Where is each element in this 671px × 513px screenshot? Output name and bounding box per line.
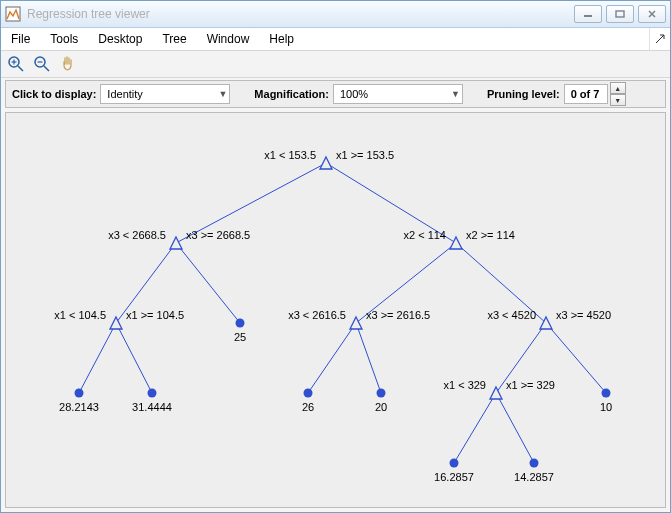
click-to-display-label: Click to display: [6,88,100,100]
menu-window[interactable]: Window [197,28,260,50]
minimize-button[interactable] [574,5,602,23]
leaf-value: 28.2143 [59,401,99,413]
magnification-select[interactable]: 100% ▼ [333,84,463,104]
leaf-node[interactable] [75,389,84,398]
menu-tools[interactable]: Tools [40,28,88,50]
svg-line-18 [308,323,356,393]
leaf-node[interactable] [450,459,459,468]
titlebar: Regression tree viewer [1,1,670,28]
click-to-display-select[interactable]: Identity ▼ [100,84,230,104]
control-bar: Click to display: Identity ▼ Magnificati… [5,80,666,108]
leaf-value: 25 [234,331,246,343]
split-condition-left: x1 < 153.5 [264,149,316,161]
leaf-value: 16.2857 [434,471,474,483]
window-controls [574,5,666,23]
split-condition-left: x3 < 2616.5 [288,309,346,321]
pruning-up-button[interactable]: ▲ [610,82,626,94]
magnification-label: Magnification: [248,88,333,100]
split-condition-left: x3 < 4520 [487,309,536,321]
split-condition-left: x1 < 104.5 [54,309,106,321]
svg-line-19 [356,323,381,393]
menu-file[interactable]: File [1,28,40,50]
zoom-in-button[interactable] [5,53,27,75]
pruning-spinner: ▲ ▼ [610,82,626,106]
svg-line-4 [18,66,23,71]
magnification-value: 100% [340,88,368,100]
leaf-value: 14.2857 [514,471,554,483]
leaf-node[interactable] [530,459,539,468]
svg-line-23 [496,393,534,463]
split-condition-right: x2 >= 114 [466,229,515,241]
pan-button[interactable] [57,53,79,75]
svg-line-8 [44,66,49,71]
leaf-node[interactable] [148,389,157,398]
split-node[interactable] [350,317,362,329]
leaf-node[interactable] [377,389,386,398]
app-icon [5,6,21,22]
app-window: Regression tree viewer File Tools Deskto… [0,0,671,513]
split-condition-right: x3 >= 2668.5 [186,229,250,241]
toolbar [1,51,670,78]
svg-line-16 [79,323,116,393]
leaf-value: 31.4444 [132,401,172,413]
pruning-level-label: Pruning level: [481,88,564,100]
chevron-down-icon: ▼ [451,89,460,99]
split-condition-right: x1 >= 329 [506,379,555,391]
svg-rect-2 [616,11,624,17]
split-condition-right: x3 >= 4520 [556,309,611,321]
svg-line-17 [116,323,152,393]
split-condition-right: x1 >= 153.5 [336,149,394,161]
split-node[interactable] [170,237,182,249]
leaf-value: 26 [302,401,314,413]
leaf-node[interactable] [304,389,313,398]
leaf-node[interactable] [236,319,245,328]
chevron-down-icon: ▼ [218,89,227,99]
maximize-button[interactable] [606,5,634,23]
leaf-node[interactable] [602,389,611,398]
pruning-down-button[interactable]: ▼ [610,94,626,106]
split-node[interactable] [320,157,332,169]
svg-line-13 [176,243,240,323]
svg-line-21 [546,323,606,393]
zoom-out-button[interactable] [31,53,53,75]
menu-tree[interactable]: Tree [152,28,196,50]
svg-line-22 [454,393,496,463]
pruning-level-value: 0 of 7 [564,84,608,104]
split-condition-left: x2 < 114 [403,229,446,241]
split-condition-left: x1 < 329 [443,379,486,391]
split-condition-right: x1 >= 104.5 [126,309,184,321]
window-title: Regression tree viewer [27,7,574,21]
split-node[interactable] [110,317,122,329]
leaf-value: 20 [375,401,387,413]
close-button[interactable] [638,5,666,23]
tree-canvas[interactable]: x1 < 153.5x1 >= 153.5x3 < 2668.5x3 >= 26… [5,112,666,508]
split-node[interactable] [490,387,502,399]
menu-desktop[interactable]: Desktop [88,28,152,50]
menubar: File Tools Desktop Tree Window Help [1,28,670,51]
split-node[interactable] [450,237,462,249]
svg-rect-1 [584,15,592,17]
menu-help[interactable]: Help [259,28,304,50]
leaf-value: 10 [600,401,612,413]
click-to-display-value: Identity [107,88,142,100]
split-condition-left: x3 < 2668.5 [108,229,166,241]
split-condition-right: x3 >= 2616.5 [366,309,430,321]
menu-dock-icon[interactable] [649,28,670,50]
